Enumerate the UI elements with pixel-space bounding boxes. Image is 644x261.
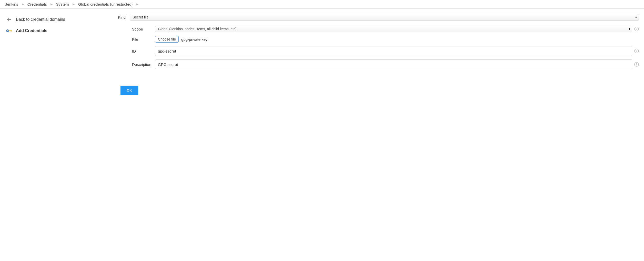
chevron-right-icon: ▶ [20,3,25,6]
id-input[interactable] [155,46,632,56]
id-label: ID [132,49,155,53]
chevron-right-icon: ▶ [71,3,76,6]
breadcrumb-item-global[interactable]: Global credentials (unrestricted) [78,2,133,6]
svg-text:?: ? [636,63,638,66]
ok-button[interactable]: OK [120,86,138,95]
file-name-text: gpg-private.key [181,37,208,42]
select-arrows-icon: ▲▼ [635,16,637,18]
help-icon[interactable]: ? [634,27,639,31]
scope-select[interactable]: Global (Jenkins, nodes, items, all child… [155,26,632,32]
chevron-right-icon: ▶ [135,3,140,6]
sidebar: Back to credential domains Add Credentia… [0,14,118,95]
kind-label: Kind [118,15,126,19]
sidebar-item-label: Add Credentials [16,28,47,33]
kind-select[interactable]: Secret file ▲▼ [130,14,639,21]
svg-text:?: ? [636,49,638,53]
description-label: Description [132,62,155,67]
form-content: Kind Secret file ▲▼ Scope Global (Jenkin… [118,14,644,95]
choose-file-button[interactable]: Choose file [155,36,179,43]
help-icon[interactable]: ? [634,62,639,67]
breadcrumb: Jenkins ▶ Credentials ▶ System ▶ Global … [0,0,644,9]
select-arrows-icon: ▲▼ [628,28,630,30]
sidebar-item-back[interactable]: Back to credential domains [5,14,118,25]
description-input[interactable] [155,59,632,69]
scope-label: Scope [132,27,155,31]
scope-select-value: Global (Jenkins, nodes, items, all child… [158,27,237,31]
breadcrumb-item-credentials[interactable]: Credentials [27,2,47,6]
svg-rect-5 [12,31,12,32]
svg-text:?: ? [636,27,638,31]
sidebar-item-label: Back to credential domains [16,17,65,22]
file-label: File [132,37,155,42]
key-icon [6,28,12,34]
chevron-right-icon: ▶ [49,3,54,6]
arrow-left-icon [6,16,12,23]
svg-point-2 [7,30,8,31]
breadcrumb-item-jenkins[interactable]: Jenkins [5,2,18,6]
svg-rect-4 [11,31,11,32]
help-icon[interactable]: ? [634,49,639,53]
kind-select-value: Secret file [133,15,148,19]
sidebar-item-add-credentials[interactable]: Add Credentials [5,25,118,36]
breadcrumb-item-system[interactable]: System [56,2,69,6]
